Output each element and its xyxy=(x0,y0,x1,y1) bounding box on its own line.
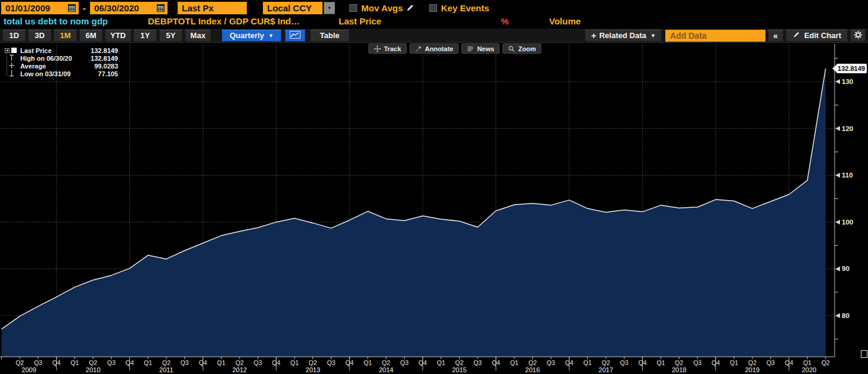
year-label: 2010 xyxy=(86,366,100,373)
magnifier-icon xyxy=(508,45,515,52)
pencil-icon[interactable] xyxy=(405,3,415,13)
price-chart[interactable]: Q2Q3Q4Q1Q2Q3Q4Q1Q2Q3Q4Q1Q2Q3Q4Q1Q2Q3Q4Q1… xyxy=(0,43,868,374)
x-tick-label: Q4 xyxy=(345,359,354,366)
chart-type-button[interactable] xyxy=(285,30,305,42)
period-button-1d[interactable]: 1D xyxy=(2,30,26,42)
legend-value: 132.8149 xyxy=(87,55,118,62)
legend-row-2[interactable]: Average99.0283 xyxy=(5,62,118,70)
legend-row-3[interactable]: Low on 03/31/0977.105 xyxy=(5,70,118,77)
chart-title: total us debt to nom gdp xyxy=(4,16,108,26)
plus-icon: + xyxy=(591,30,596,40)
collapse-label: « xyxy=(773,31,778,40)
y-tick-label: 80 xyxy=(842,312,850,319)
year-label: 2015 xyxy=(452,366,466,373)
x-tick-label: Q4 xyxy=(638,359,647,366)
year-label: 2013 xyxy=(306,366,320,373)
x-tick-label: Q1 xyxy=(364,359,372,366)
period-button-max[interactable]: Max xyxy=(185,30,211,42)
edit-chart-button[interactable]: Edit Chart xyxy=(786,30,848,42)
chart-tool-zoom[interactable]: Zoom xyxy=(503,43,541,54)
legend-row-1[interactable]: High on 06/30/20132.8149 xyxy=(5,54,118,62)
x-tick-label: Q3 xyxy=(620,359,628,366)
settings-button[interactable] xyxy=(850,30,866,42)
date-separator: - xyxy=(83,3,86,13)
x-tick-label: Q3 xyxy=(34,359,42,366)
chevron-down-icon: ▼ xyxy=(268,33,274,39)
x-tick-label: Q1 xyxy=(656,359,665,366)
chevron-down-icon: ▼ xyxy=(327,5,332,11)
collapse-panel-button[interactable]: « xyxy=(768,30,783,42)
period-button-1m[interactable]: 1M xyxy=(54,30,77,42)
end-date-input[interactable]: 06/30/2020 xyxy=(90,2,168,14)
x-tick-label: Q1 xyxy=(437,359,445,366)
corner-handle[interactable] xyxy=(861,350,867,358)
calendar-icon[interactable] xyxy=(156,4,165,13)
price-type-input[interactable]: Last Px xyxy=(178,2,247,14)
low-marker-icon xyxy=(5,68,20,79)
x-tick-label: Q2 xyxy=(822,359,830,366)
chart-legend: Last Price132.8149High on 06/30/20132.81… xyxy=(5,46,118,77)
end-date-value: 06/30/2020 xyxy=(94,3,139,13)
y-major-tick-arrow xyxy=(835,266,840,271)
chart-tool-track[interactable]: Track xyxy=(368,43,407,54)
currency-dropdown-button[interactable]: ▼ xyxy=(324,2,335,14)
currency-select[interactable]: Local CCY xyxy=(263,2,323,14)
legend-label: Average xyxy=(20,63,87,70)
pencil-icon xyxy=(415,45,422,52)
period-button-3d[interactable]: 3D xyxy=(28,30,51,42)
frequency-value: Quarterly xyxy=(230,31,264,40)
x-tick-label: Q1 xyxy=(70,359,79,366)
legend-label: Low on 03/31/09 xyxy=(20,70,87,77)
related-data-label: Related Data xyxy=(599,31,646,40)
table-button[interactable]: Table xyxy=(310,30,349,42)
year-label: 2019 xyxy=(745,366,760,373)
period-button-6m[interactable]: 6M xyxy=(79,30,103,42)
x-tick-label: Q3 xyxy=(767,359,775,366)
year-label: 2017 xyxy=(599,366,613,373)
line-chart-icon xyxy=(290,31,300,40)
x-tick-label: Q4 xyxy=(199,359,207,366)
chart-tool-annotate[interactable]: Annotate xyxy=(410,43,459,54)
chart-tool-news[interactable]: News xyxy=(461,43,500,54)
x-tick-label: Q1 xyxy=(217,359,225,366)
x-tick-label: Q2 xyxy=(455,359,463,366)
mov-avgs-checkbox[interactable] xyxy=(349,4,357,12)
year-label: 2020 xyxy=(802,366,816,373)
edit-chart-label: Edit Chart xyxy=(804,31,841,40)
year-label: 2011 xyxy=(159,366,173,373)
x-tick-label: Q4 xyxy=(418,359,427,366)
calendar-icon[interactable] xyxy=(67,4,76,13)
x-tick-label: Q3 xyxy=(181,359,189,366)
chart-tools-bar: TrackAnnotateNewsZoom xyxy=(368,43,541,54)
legend-label: High on 06/30/20 xyxy=(20,55,87,62)
year-label: 2018 xyxy=(672,366,686,373)
period-button-ytd[interactable]: YTD xyxy=(105,30,131,42)
x-tick-label: Q2 xyxy=(602,359,610,366)
period-button-1y[interactable]: 1Y xyxy=(134,30,157,42)
frequency-dropdown[interactable]: Quarterly ▼ xyxy=(222,30,281,42)
y-major-tick-arrow xyxy=(835,79,840,84)
y-tick-label: 100 xyxy=(842,219,853,226)
mov-avgs-label: Mov Avgs xyxy=(361,3,403,13)
legend-value: 99.0283 xyxy=(87,63,118,70)
y-major-tick-arrow xyxy=(835,173,840,177)
related-data-button[interactable]: + Related Data ▼ xyxy=(585,30,661,42)
x-tick-label: Q2 xyxy=(748,359,757,366)
legend-row-0[interactable]: Last Price132.8149 xyxy=(5,46,118,54)
x-tick-label: Q2 xyxy=(675,359,683,366)
x-tick-label: Q4 xyxy=(712,359,720,366)
y-tick-label: 130 xyxy=(842,78,853,85)
add-data-input[interactable] xyxy=(665,30,765,42)
period-button-5y[interactable]: 5Y xyxy=(159,30,182,42)
price-type-value: Last Px xyxy=(182,3,213,13)
x-tick-label: Q1 xyxy=(803,359,811,366)
x-tick-label: Q2 xyxy=(89,359,97,366)
security-name[interactable]: DEBPTOTL Index / GDP CUR$ Ind… xyxy=(148,16,300,26)
start-date-input[interactable]: 01/01/2009 xyxy=(1,2,79,14)
x-tick-label: Q3 xyxy=(254,359,262,366)
key-events-checkbox[interactable] xyxy=(429,4,437,12)
chart-area: Q2Q3Q4Q1Q2Q3Q4Q1Q2Q3Q4Q1Q2Q3Q4Q1Q2Q3Q4Q1… xyxy=(0,43,868,374)
expand-icon[interactable] xyxy=(5,48,10,53)
chart-tool-label: Track xyxy=(384,45,401,52)
move-icon xyxy=(374,45,381,52)
